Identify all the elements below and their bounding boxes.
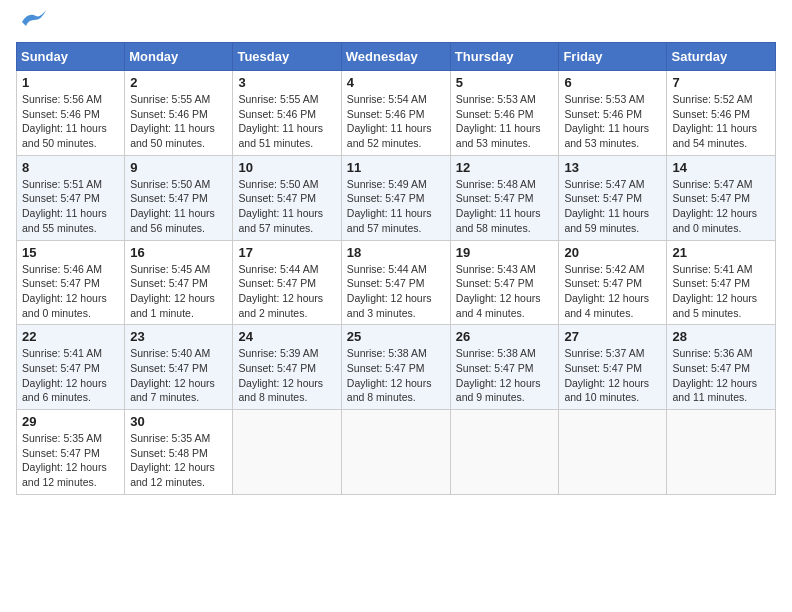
- calendar-cell: 26 Sunrise: 5:38 AM Sunset: 5:47 PM Dayl…: [450, 325, 559, 410]
- calendar-cell: 10 Sunrise: 5:50 AM Sunset: 5:47 PM Dayl…: [233, 155, 341, 240]
- logo-bird-icon: [18, 8, 48, 30]
- day-info: Sunrise: 5:42 AM Sunset: 5:47 PM Dayligh…: [564, 262, 661, 321]
- col-header-tuesday: Tuesday: [233, 43, 341, 71]
- day-info: Sunrise: 5:50 AM Sunset: 5:47 PM Dayligh…: [238, 177, 335, 236]
- day-info: Sunrise: 5:35 AM Sunset: 5:47 PM Dayligh…: [22, 431, 119, 490]
- day-info: Sunrise: 5:45 AM Sunset: 5:47 PM Dayligh…: [130, 262, 227, 321]
- day-number: 28: [672, 329, 770, 344]
- col-header-sunday: Sunday: [17, 43, 125, 71]
- day-info: Sunrise: 5:47 AM Sunset: 5:47 PM Dayligh…: [672, 177, 770, 236]
- day-number: 22: [22, 329, 119, 344]
- day-number: 30: [130, 414, 227, 429]
- calendar-table: SundayMondayTuesdayWednesdayThursdayFrid…: [16, 42, 776, 495]
- day-number: 23: [130, 329, 227, 344]
- day-number: 19: [456, 245, 554, 260]
- day-info: Sunrise: 5:44 AM Sunset: 5:47 PM Dayligh…: [238, 262, 335, 321]
- day-number: 13: [564, 160, 661, 175]
- day-info: Sunrise: 5:49 AM Sunset: 5:47 PM Dayligh…: [347, 177, 445, 236]
- day-number: 17: [238, 245, 335, 260]
- day-info: Sunrise: 5:41 AM Sunset: 5:47 PM Dayligh…: [22, 346, 119, 405]
- day-number: 27: [564, 329, 661, 344]
- calendar-cell: 29 Sunrise: 5:35 AM Sunset: 5:47 PM Dayl…: [17, 410, 125, 495]
- calendar-week-row: 22 Sunrise: 5:41 AM Sunset: 5:47 PM Dayl…: [17, 325, 776, 410]
- page-header: [16, 16, 776, 30]
- day-number: 8: [22, 160, 119, 175]
- calendar-cell: 16 Sunrise: 5:45 AM Sunset: 5:47 PM Dayl…: [125, 240, 233, 325]
- day-info: Sunrise: 5:46 AM Sunset: 5:47 PM Dayligh…: [22, 262, 119, 321]
- day-info: Sunrise: 5:39 AM Sunset: 5:47 PM Dayligh…: [238, 346, 335, 405]
- day-number: 21: [672, 245, 770, 260]
- day-info: Sunrise: 5:50 AM Sunset: 5:47 PM Dayligh…: [130, 177, 227, 236]
- day-number: 3: [238, 75, 335, 90]
- calendar-week-row: 29 Sunrise: 5:35 AM Sunset: 5:47 PM Dayl…: [17, 410, 776, 495]
- day-info: Sunrise: 5:41 AM Sunset: 5:47 PM Dayligh…: [672, 262, 770, 321]
- calendar-cell: 8 Sunrise: 5:51 AM Sunset: 5:47 PM Dayli…: [17, 155, 125, 240]
- col-header-friday: Friday: [559, 43, 667, 71]
- calendar-cell: 21 Sunrise: 5:41 AM Sunset: 5:47 PM Dayl…: [667, 240, 776, 325]
- day-number: 9: [130, 160, 227, 175]
- day-info: Sunrise: 5:36 AM Sunset: 5:47 PM Dayligh…: [672, 346, 770, 405]
- day-info: Sunrise: 5:44 AM Sunset: 5:47 PM Dayligh…: [347, 262, 445, 321]
- day-info: Sunrise: 5:40 AM Sunset: 5:47 PM Dayligh…: [130, 346, 227, 405]
- day-info: Sunrise: 5:43 AM Sunset: 5:47 PM Dayligh…: [456, 262, 554, 321]
- day-info: Sunrise: 5:51 AM Sunset: 5:47 PM Dayligh…: [22, 177, 119, 236]
- col-header-monday: Monday: [125, 43, 233, 71]
- calendar-week-row: 15 Sunrise: 5:46 AM Sunset: 5:47 PM Dayl…: [17, 240, 776, 325]
- calendar-cell: 27 Sunrise: 5:37 AM Sunset: 5:47 PM Dayl…: [559, 325, 667, 410]
- col-header-saturday: Saturday: [667, 43, 776, 71]
- calendar-cell: 24 Sunrise: 5:39 AM Sunset: 5:47 PM Dayl…: [233, 325, 341, 410]
- col-header-thursday: Thursday: [450, 43, 559, 71]
- calendar-header-row: SundayMondayTuesdayWednesdayThursdayFrid…: [17, 43, 776, 71]
- day-number: 26: [456, 329, 554, 344]
- day-info: Sunrise: 5:38 AM Sunset: 5:47 PM Dayligh…: [456, 346, 554, 405]
- day-number: 14: [672, 160, 770, 175]
- calendar-cell: [450, 410, 559, 495]
- calendar-cell: 18 Sunrise: 5:44 AM Sunset: 5:47 PM Dayl…: [341, 240, 450, 325]
- day-info: Sunrise: 5:37 AM Sunset: 5:47 PM Dayligh…: [564, 346, 661, 405]
- calendar-cell: 9 Sunrise: 5:50 AM Sunset: 5:47 PM Dayli…: [125, 155, 233, 240]
- col-header-wednesday: Wednesday: [341, 43, 450, 71]
- day-number: 4: [347, 75, 445, 90]
- calendar-cell: 2 Sunrise: 5:55 AM Sunset: 5:46 PM Dayli…: [125, 71, 233, 156]
- day-info: Sunrise: 5:35 AM Sunset: 5:48 PM Dayligh…: [130, 431, 227, 490]
- calendar-cell: 23 Sunrise: 5:40 AM Sunset: 5:47 PM Dayl…: [125, 325, 233, 410]
- calendar-cell: 20 Sunrise: 5:42 AM Sunset: 5:47 PM Dayl…: [559, 240, 667, 325]
- day-number: 20: [564, 245, 661, 260]
- day-number: 11: [347, 160, 445, 175]
- day-info: Sunrise: 5:52 AM Sunset: 5:46 PM Dayligh…: [672, 92, 770, 151]
- day-number: 12: [456, 160, 554, 175]
- calendar-cell: 19 Sunrise: 5:43 AM Sunset: 5:47 PM Dayl…: [450, 240, 559, 325]
- day-number: 16: [130, 245, 227, 260]
- day-number: 24: [238, 329, 335, 344]
- calendar-cell: 3 Sunrise: 5:55 AM Sunset: 5:46 PM Dayli…: [233, 71, 341, 156]
- day-info: Sunrise: 5:54 AM Sunset: 5:46 PM Dayligh…: [347, 92, 445, 151]
- calendar-cell: 22 Sunrise: 5:41 AM Sunset: 5:47 PM Dayl…: [17, 325, 125, 410]
- calendar-cell: [233, 410, 341, 495]
- calendar-cell: 1 Sunrise: 5:56 AM Sunset: 5:46 PM Dayli…: [17, 71, 125, 156]
- day-number: 5: [456, 75, 554, 90]
- calendar-cell: 5 Sunrise: 5:53 AM Sunset: 5:46 PM Dayli…: [450, 71, 559, 156]
- day-info: Sunrise: 5:53 AM Sunset: 5:46 PM Dayligh…: [564, 92, 661, 151]
- calendar-cell: 14 Sunrise: 5:47 AM Sunset: 5:47 PM Dayl…: [667, 155, 776, 240]
- day-number: 15: [22, 245, 119, 260]
- day-info: Sunrise: 5:56 AM Sunset: 5:46 PM Dayligh…: [22, 92, 119, 151]
- calendar-cell: 25 Sunrise: 5:38 AM Sunset: 5:47 PM Dayl…: [341, 325, 450, 410]
- calendar-cell: 13 Sunrise: 5:47 AM Sunset: 5:47 PM Dayl…: [559, 155, 667, 240]
- calendar-week-row: 1 Sunrise: 5:56 AM Sunset: 5:46 PM Dayli…: [17, 71, 776, 156]
- calendar-cell: [559, 410, 667, 495]
- calendar-cell: 4 Sunrise: 5:54 AM Sunset: 5:46 PM Dayli…: [341, 71, 450, 156]
- day-number: 18: [347, 245, 445, 260]
- calendar-cell: 11 Sunrise: 5:49 AM Sunset: 5:47 PM Dayl…: [341, 155, 450, 240]
- day-number: 1: [22, 75, 119, 90]
- day-info: Sunrise: 5:53 AM Sunset: 5:46 PM Dayligh…: [456, 92, 554, 151]
- calendar-cell: 12 Sunrise: 5:48 AM Sunset: 5:47 PM Dayl…: [450, 155, 559, 240]
- calendar-week-row: 8 Sunrise: 5:51 AM Sunset: 5:47 PM Dayli…: [17, 155, 776, 240]
- calendar-cell: 28 Sunrise: 5:36 AM Sunset: 5:47 PM Dayl…: [667, 325, 776, 410]
- calendar-cell: [667, 410, 776, 495]
- calendar-cell: 7 Sunrise: 5:52 AM Sunset: 5:46 PM Dayli…: [667, 71, 776, 156]
- logo: [16, 16, 48, 30]
- day-number: 10: [238, 160, 335, 175]
- day-info: Sunrise: 5:47 AM Sunset: 5:47 PM Dayligh…: [564, 177, 661, 236]
- day-info: Sunrise: 5:48 AM Sunset: 5:47 PM Dayligh…: [456, 177, 554, 236]
- day-number: 29: [22, 414, 119, 429]
